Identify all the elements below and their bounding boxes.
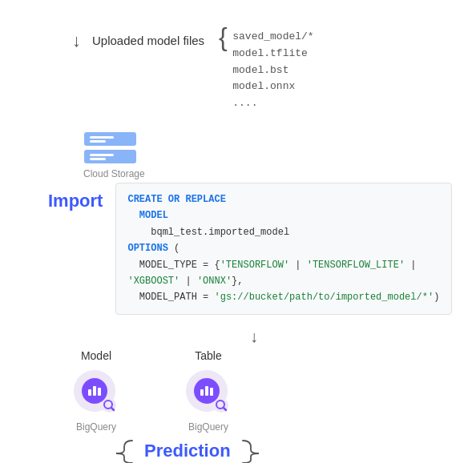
- svg-rect-5: [90, 158, 106, 160]
- file-list-group: { saved_model/* model.tflite model.bst m…: [219, 24, 314, 112]
- model-bq-label: BigQuery: [76, 421, 116, 433]
- svg-rect-9: [93, 386, 96, 396]
- code-line: CREATE OR REPLACE: [127, 191, 440, 207]
- file-item: model.bst: [232, 62, 313, 79]
- cloud-storage-icon: [80, 128, 140, 168]
- table-bq-icon: [184, 368, 232, 417]
- upload-arrow: ↓: [72, 30, 81, 51]
- file-item: ....: [232, 95, 313, 112]
- import-section: Import CREATE OR REPLACE MODEL bqml_test…: [24, 183, 452, 315]
- prediction-label: Prediction: [144, 441, 231, 461]
- svg-rect-10: [98, 388, 101, 396]
- svg-rect-8: [88, 389, 91, 396]
- code-line: MODEL_TYPE = {'TENSORFLOW' | 'TENSORFLOW…: [127, 257, 440, 290]
- cloud-storage-label: Cloud Storage: [83, 168, 145, 179]
- model-table-section: Model BigQuery Table: [24, 349, 452, 433]
- table-column: Table BigQuery: [184, 349, 232, 433]
- file-item: saved_model/*: [232, 29, 313, 46]
- code-line: MODEL: [127, 207, 440, 223]
- model-bq-icon: [72, 368, 120, 417]
- svg-rect-16: [200, 389, 204, 396]
- diagram: ↓ Uploaded model files { saved_model/* m…: [0, 0, 476, 463]
- open-brace: {: [219, 22, 228, 51]
- svg-rect-1: [90, 136, 114, 139]
- upload-label: Uploaded model files: [92, 34, 204, 47]
- import-code-block: CREATE OR REPLACE MODEL bqml_test.import…: [115, 183, 452, 315]
- right-curly-brace: [239, 439, 295, 463]
- code-line: bqml_test.imported_model: [127, 224, 440, 240]
- table-bq-label: BigQuery: [188, 421, 228, 433]
- file-item: model.tflite: [232, 46, 313, 62]
- center-arrow: ↓: [24, 328, 452, 346]
- prediction-section: Prediction ↓ SELECT * FROM ML.PREDICT( M…: [24, 439, 452, 463]
- import-label: Import: [48, 191, 103, 211]
- file-list: saved_model/* model.tflite model.bst mod…: [232, 29, 313, 112]
- cloud-section: Cloud Storage: [24, 128, 452, 179]
- code-line: MODEL_PATH = 'gs://bucket/path/to/import…: [127, 289, 440, 305]
- model-label: Model: [81, 349, 111, 362]
- left-curly-brace: [80, 439, 136, 463]
- svg-rect-0: [84, 132, 136, 146]
- svg-rect-3: [84, 150, 136, 163]
- upload-section: ↓ Uploaded model files { saved_model/* m…: [24, 16, 452, 112]
- svg-rect-2: [90, 140, 106, 143]
- code-line: OPTIONS (: [127, 240, 440, 256]
- svg-rect-17: [205, 386, 208, 396]
- svg-rect-4: [90, 154, 114, 156]
- table-label: Table: [195, 349, 221, 362]
- svg-rect-18: [210, 388, 213, 396]
- model-column: Model BigQuery: [72, 349, 120, 433]
- file-item: model.onnx: [232, 79, 313, 95]
